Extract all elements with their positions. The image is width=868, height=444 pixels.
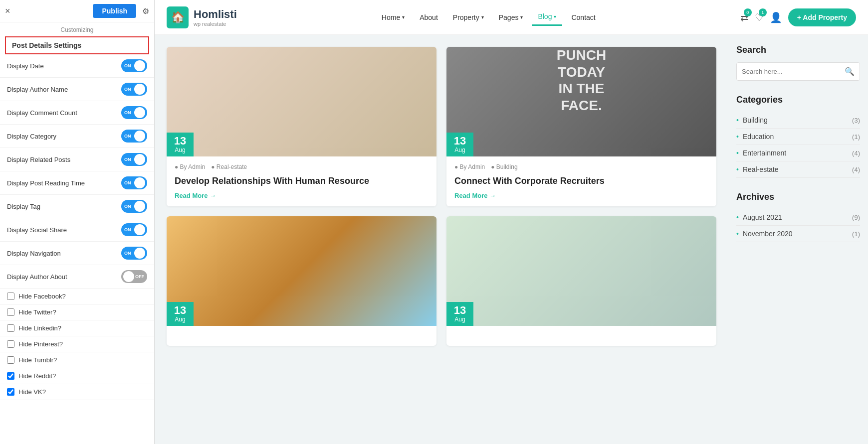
archive-item[interactable]: •August 2021 (9) — [736, 209, 860, 226]
post-image: 13 Aug — [167, 216, 436, 326]
gear-icon[interactable]: ⚙ — [142, 6, 149, 16]
category-item[interactable]: •Entertainment (4) — [736, 145, 860, 161]
read-more-link[interactable]: Read More → — [175, 192, 429, 199]
toggle-text: ON — [124, 63, 131, 68]
toggle-display-category[interactable]: ON — [121, 130, 147, 143]
setting-label: Display Category — [7, 133, 56, 140]
categories-title: Categories — [736, 95, 860, 105]
toggle-display-related-posts[interactable]: ON — [121, 153, 147, 166]
category-item[interactable]: •Building (3) — [736, 112, 860, 129]
post-title: Connect With Corporate Recruiters — [454, 175, 708, 187]
archives-title: Archives — [736, 192, 860, 202]
date-badge: 13 Aug — [167, 133, 194, 156]
archive-item[interactable]: •November 2020 (1) — [736, 226, 860, 242]
nav-label: Pages — [499, 13, 519, 21]
post-author: ● By Admin — [454, 163, 485, 170]
archive-name: •November 2020 — [736, 230, 793, 238]
checkbox-label: Hide VK? — [18, 388, 46, 396]
chevron-down-icon: ▾ — [481, 14, 484, 20]
toggle-display-social-share[interactable]: ON — [121, 223, 147, 236]
setting-label: Display Post Reading Time — [7, 179, 85, 187]
checkbox-hide-tumblr?[interactable] — [7, 356, 14, 364]
right-sidebar: Search 🔍 Categories •Building (3) •Educa… — [728, 35, 868, 444]
toggle-display-date[interactable]: ON — [121, 59, 147, 72]
post-body — [167, 326, 436, 346]
header-right: ⇄ 0 ♡ 1 👤 + Add Property — [740, 8, 856, 26]
setting-label: Display Author Name — [7, 86, 68, 93]
toggle-text: ON — [124, 157, 131, 162]
date-day: 13 — [173, 136, 188, 147]
nav-item-home[interactable]: Home▾ — [376, 9, 411, 25]
toggle-display-author-name[interactable]: ON — [121, 83, 147, 96]
toggle-knob — [134, 224, 145, 235]
toggle-text: ON — [124, 110, 131, 115]
toggle-knob — [134, 84, 145, 95]
checkbox-hide-vk?[interactable] — [7, 388, 14, 396]
post-meta: ● By Admin ● Real-estate — [175, 163, 429, 170]
date-month: Aug — [173, 147, 188, 153]
nav-item-blog[interactable]: Blog▾ — [532, 8, 562, 26]
post-category: ● Building — [491, 163, 517, 170]
toggle-display-post-reading-time[interactable]: ON — [121, 176, 147, 189]
nav-label: Home — [382, 13, 400, 21]
search-icon[interactable]: 🔍 — [845, 67, 855, 76]
toggle-display-comment-count[interactable]: ON — [121, 106, 147, 119]
nav-item-contact[interactable]: Contact — [565, 9, 601, 25]
category-count: (4) — [852, 149, 860, 157]
checkbox-label: Hide Facebook? — [18, 293, 66, 300]
archives-list: •August 2021 (9) •November 2020 (1) — [736, 209, 860, 242]
archives-section: Archives •August 2021 (9) •November 2020… — [736, 192, 860, 242]
checkbox-label: Hide Pinterest? — [18, 340, 63, 348]
checkbox-hide-reddit?[interactable] — [7, 372, 14, 380]
search-title: Search — [736, 45, 860, 55]
add-property-button[interactable]: + Add Property — [788, 8, 856, 26]
top-bar: × Publish ⚙ — [0, 0, 154, 22]
setting-label: Display Date — [7, 62, 44, 70]
logo-area: 🏠 Homlisti wp realestate — [167, 6, 237, 28]
toggle-text: ON — [124, 87, 131, 92]
checkbox-row: Hide Reddit? — [0, 368, 154, 384]
category-count: (1) — [852, 133, 860, 141]
archive-name: •August 2021 — [736, 213, 782, 221]
category-name: •Education — [736, 133, 774, 141]
post-author: ● By Admin — [175, 163, 205, 170]
read-more-link[interactable]: Read More → — [454, 192, 708, 199]
post-card: PUNCHTODAYIN THEFACE. 13 Aug ● By Admin … — [446, 47, 716, 206]
toggle-display-tag[interactable]: ON — [121, 200, 147, 213]
nav-item-pages[interactable]: Pages▾ — [493, 9, 529, 25]
date-month: Aug — [452, 147, 467, 153]
category-item[interactable]: •Real-estate (4) — [736, 161, 860, 178]
user-icon: 👤 — [770, 12, 782, 23]
close-icon[interactable]: × — [5, 6, 10, 16]
date-day: 13 — [452, 305, 467, 316]
date-day: 13 — [452, 136, 467, 147]
user-icon-btn[interactable]: 👤 — [770, 11, 782, 23]
post-title: Develop Relationships With Human Resourc… — [175, 175, 429, 187]
setting-row: Display Post Reading Time ON — [0, 171, 154, 195]
toggle-knob — [123, 271, 134, 282]
nav-item-about[interactable]: About — [414, 9, 444, 25]
post-image: 13 Aug — [446, 216, 716, 326]
checkbox-hide-pinterest?[interactable] — [7, 340, 14, 348]
search-input[interactable] — [742, 68, 845, 75]
setting-row: Display Comment Count ON — [0, 101, 154, 125]
search-box: 🔍 — [736, 62, 860, 81]
category-item[interactable]: •Education (1) — [736, 129, 860, 145]
toggle-display-author-about[interactable]: OFF — [121, 270, 147, 283]
publish-button[interactable]: Publish — [93, 4, 136, 18]
setting-label: Display Tag — [7, 203, 40, 210]
transfer-badge: 0 — [744, 8, 752, 16]
checkbox-hide-twitter?[interactable] — [7, 308, 14, 316]
checkbox-label: Hide Reddit? — [18, 372, 56, 380]
checkbox-hide-facebook?[interactable] — [7, 293, 14, 300]
chevron-down-icon: ▾ — [402, 14, 405, 20]
checkbox-row: Hide Tumblr? — [0, 352, 154, 368]
body-area: 13 Aug ● By Admin ● Real-estate Develop … — [155, 35, 868, 444]
toggle-display-navigation[interactable]: ON — [121, 247, 147, 260]
transfer-icon-btn[interactable]: ⇄ 0 — [740, 11, 749, 23]
toggle-text: ON — [124, 204, 131, 209]
nav-item-property[interactable]: Property▾ — [447, 9, 490, 25]
checkbox-hide-linkedin?[interactable] — [7, 324, 14, 332]
setting-label: Display Comment Count — [7, 109, 77, 117]
heart-icon-btn[interactable]: ♡ 1 — [755, 11, 764, 23]
